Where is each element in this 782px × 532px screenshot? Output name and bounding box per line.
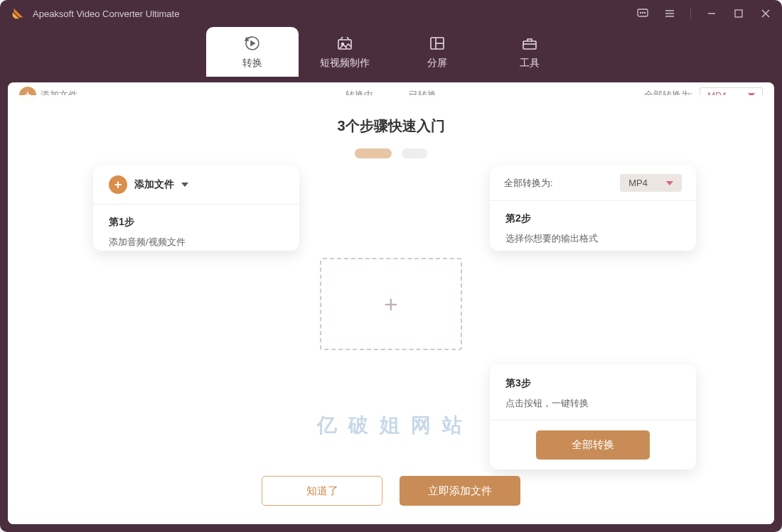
step-dot-1 [355,148,392,158]
step-indicator [355,148,427,158]
menu-icon[interactable] [663,7,676,20]
step3-desc: 点击按钮，一键转换 [505,397,680,410]
titlebar: Apeaksoft Video Converter Ultimate [0,0,782,27]
convert-all-button[interactable]: 全部转换 [536,430,650,460]
tutorial-title: 3个步骤快速入门 [337,116,444,136]
ok-button-label: 知道了 [306,484,338,498]
collage-icon [428,34,446,53]
app-title: Apeaksoft Video Converter Ultimate [33,9,179,19]
step1-desc: 添加音频/视频文件 [109,236,284,249]
card1-header[interactable]: + 添加文件 [93,165,299,205]
tab-convert[interactable]: 转换 [206,27,299,77]
tab-mv[interactable]: 短视频制作 [299,27,391,77]
divider [490,420,696,420]
chevron-down-icon [666,181,673,185]
convert-all-button-label: 全部转换 [572,438,614,450]
chevron-down-icon [181,183,188,187]
add-now-button-label: 立即添加文件 [428,484,492,498]
add-now-button[interactable]: 立即添加文件 [400,476,520,506]
minimize-icon[interactable] [705,7,718,20]
card1-header-text: 添加文件 [134,178,174,191]
tab-collage[interactable]: 分屏 [391,27,483,77]
plus-large-icon: + [384,291,398,318]
svg-point-2 [642,12,643,13]
card2-header-label: 全部转换为: [504,177,553,190]
svg-rect-19 [523,41,536,49]
tutorial-card-1: + 添加文件 第1步 添加音频/视频文件 [93,165,299,251]
app-window: Apeaksoft Video Converter Ultimate 转换 短视… [0,0,782,532]
svg-point-3 [644,12,645,13]
svg-point-1 [640,12,641,13]
plus-icon: + [109,175,127,194]
tutorial-overlay: 3个步骤快速入门 + 添加文件 第1步 添加音频/视频文件 全部转换为: [8,95,774,524]
mv-icon [336,34,354,53]
window-controls [636,7,772,20]
tutorial-cards: + 添加文件 第1步 添加音频/视频文件 全部转换为: MP4 第2步 选择你想… [8,165,774,407]
card2-format-select[interactable]: MP4 [620,174,682,192]
tutorial-actions: 知道了 立即添加文件 [8,476,774,506]
tab-label: 短视频制作 [320,57,370,70]
step2-label: 第2步 [505,212,680,225]
tutorial-card-3: 第3步 点击按钮，一键转换 全部转换 [490,364,696,469]
dropzone[interactable]: + [320,258,462,350]
card2-header: 全部转换为: MP4 [490,165,696,201]
tab-label: 工具 [520,57,540,70]
ok-button[interactable]: 知道了 [262,476,382,506]
app-logo-icon [10,6,26,21]
watermark-text: 亿 破 姐 网 站 [317,412,464,439]
divider [690,8,691,19]
svg-rect-8 [735,10,742,17]
convert-icon [243,34,262,53]
tab-label: 分屏 [427,57,447,70]
maximize-icon[interactable] [732,7,745,20]
toolbox-icon [520,34,539,53]
step1-label: 第1步 [109,216,284,229]
tab-toolbox[interactable]: 工具 [483,27,576,77]
close-icon[interactable] [759,7,772,20]
step2-desc: 选择你想要的输出格式 [505,232,680,245]
tutorial-card-2: 全部转换为: MP4 第2步 选择你想要的输出格式 [490,165,696,251]
tab-label: 转换 [242,57,262,70]
main-tabs: 转换 短视频制作 分屏 工具 [0,27,782,77]
step3-label: 第3步 [505,377,680,390]
step-dot-2 [402,148,427,158]
card2-format-value: MP4 [628,178,648,188]
svg-marker-13 [251,41,255,45]
feedback-icon[interactable] [636,7,649,20]
